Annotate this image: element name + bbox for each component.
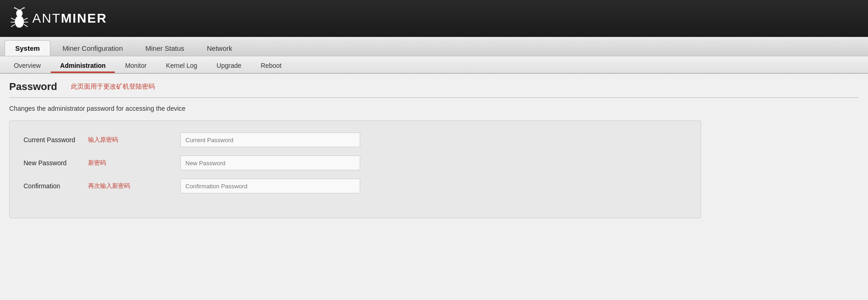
tab-upgrade[interactable]: Upgrade: [208, 58, 251, 73]
page-title: Password: [9, 81, 57, 93]
confirmation-password-input[interactable]: [180, 179, 360, 193]
svg-line-3: [19, 8, 24, 10]
page-header-row: Password 此页面用于更改矿机登陆密码: [9, 81, 859, 93]
confirmation-password-hint: 再次输入新密码: [88, 182, 180, 190]
antminer-logo-icon: [9, 7, 30, 30]
svg-line-2: [15, 8, 19, 10]
tab-overview[interactable]: Overview: [5, 58, 50, 73]
logo-area: ANTMINER: [9, 7, 107, 30]
page-description: Changes the administrator password for a…: [9, 105, 859, 112]
tab-kernel-log[interactable]: Kernel Log: [157, 58, 207, 73]
new-password-row: New Password 新密码: [24, 156, 687, 170]
tab-reboot[interactable]: Reboot: [251, 58, 291, 73]
confirmation-password-label: Confirmation: [24, 182, 88, 190]
new-password-label: New Password: [24, 159, 88, 167]
tab-administration[interactable]: Administration: [51, 58, 115, 73]
page-divider: [9, 97, 859, 98]
svg-line-9: [24, 18, 28, 20]
form-container: Current Password 输入原密码 New Password 新密码 …: [9, 120, 701, 218]
logo-text: ANTMINER: [32, 11, 107, 26]
svg-point-1: [16, 10, 23, 17]
current-password-input[interactable]: [180, 132, 360, 147]
header: ANTMINER: [0, 0, 868, 37]
svg-point-0: [15, 16, 24, 28]
tab-miner-status[interactable]: Miner Status: [135, 40, 195, 56]
new-password-input[interactable]: [180, 156, 360, 170]
svg-line-11: [24, 24, 28, 27]
svg-line-6: [11, 18, 15, 20]
tab-miner-configuration[interactable]: Miner Configuration: [52, 40, 133, 56]
svg-point-4: [14, 7, 16, 9]
secondary-nav: Overview Administration Monitor Kernel L…: [0, 56, 868, 74]
tab-system[interactable]: System: [5, 40, 50, 56]
page-subtitle: 此页面用于更改矿机登陆密码: [71, 83, 155, 91]
new-password-hint: 新密码: [88, 159, 180, 167]
tab-monitor[interactable]: Monitor: [116, 58, 156, 73]
svg-line-8: [11, 24, 15, 27]
tab-network[interactable]: Network: [196, 40, 243, 56]
current-password-row: Current Password 输入原密码: [24, 132, 687, 147]
main-content: Password 此页面用于更改矿机登陆密码 Changes the admin…: [0, 74, 868, 300]
current-password-hint: 输入原密码: [88, 136, 180, 144]
svg-point-5: [24, 7, 25, 9]
confirmation-password-row: Confirmation 再次输入新密码: [24, 179, 687, 193]
primary-nav: System Miner Configuration Miner Status …: [0, 37, 868, 56]
current-password-label: Current Password: [24, 136, 88, 144]
